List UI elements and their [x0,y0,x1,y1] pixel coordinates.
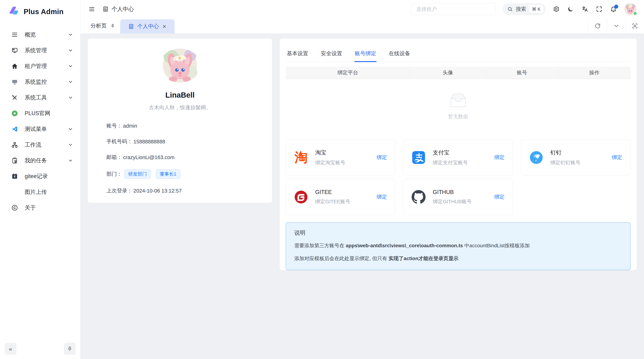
hamburger-menu-button[interactable] [88,6,95,12]
profile-motto: 古木向人秋，惊蓬掠鬓稠。 [149,104,211,111]
profile-card: LinaBell 古木向人秋，惊蓬掠鬓稠。 账号： admin 手机号码： 15… [88,38,272,203]
bind-table-header: 绑定平台 头像 账号 操作 [286,67,630,79]
note-line-2: 添加对应模板后会在此处显示绑定, 但只有 实现了action才能在登录页显示 [294,255,622,262]
dark-mode-button[interactable] [567,6,574,12]
bind-gitee-button[interactable]: 绑定 [376,193,387,201]
notifications-wrap [610,6,617,12]
sidebar-item-gitee-records[interactable]: ¥ gitee记录 [0,168,80,184]
app-logo[interactable]: Plus Admin [0,0,80,18]
vscode-icon [11,125,18,133]
id-card-icon [102,6,109,12]
note-box: 说明 需要添加第三方账号在 apps\web-antd\src\views\_c… [286,222,630,270]
note-line-1: 需要添加第三方账号在 apps\web-antd\src\views\_core… [294,242,622,249]
pin-sidebar-button[interactable] [64,343,76,355]
clipboard-icon [11,157,18,164]
close-tab-button[interactable] [162,24,167,29]
content-fullscreen-button[interactable] [626,18,644,33]
sidebar-item-label: PLUS官网 [25,110,73,117]
bind-dingtalk-button[interactable]: 绑定 [612,154,622,161]
refresh-icon [594,23,601,29]
sidebar-nav: 概览 系统管理 租户管理 系统监控 [0,27,80,341]
search-shortcut-badge: ⌘ K [529,5,544,13]
content-area: LinaBell 古木向人秋，惊蓬掠鬓稠。 账号： admin 手机号码： 15… [80,34,644,359]
binding-cards: 淘 淘宝 绑定淘宝账号 绑定 支付宝 绑定支付宝账号 [286,139,630,215]
sidebar-item-label: 图片上传 [25,188,73,196]
tabbar: 分析页 个人中心 [80,18,644,34]
hamburger-icon [88,6,95,12]
fullscreen-button[interactable] [596,6,602,12]
sidebar-item-image-upload[interactable]: 图片上传 [0,184,80,200]
tools-icon [11,94,18,101]
sidebar-item-label: 系统监控 [25,78,68,86]
profile-fields: 账号： admin 手机号码： 15888888888 邮箱： crazyLio… [88,122,272,203]
sidebar-item-label: 关于 [25,204,73,212]
gitee-logo-icon [294,190,308,204]
sidebar-item-system-tools[interactable]: 系统工具 [0,90,80,105]
col-account: 账号 [486,69,558,76]
collapse-sidebar-button[interactable]: « [5,343,16,355]
top-header: 个人中心 搜索 ⌘ K [80,0,644,18]
tenant-select-input[interactable] [411,3,495,15]
sidebar-footer: « [0,341,80,359]
user-avatar[interactable] [624,3,636,15]
github-logo-icon [412,190,426,204]
bind-card-gitee: GITEE 绑定GITEE账号 绑定 [286,179,395,215]
tab-personal-center[interactable]: 个人中心 [120,19,174,33]
global-search-button[interactable]: 搜索 ⌘ K [502,3,546,15]
svg-text:¥: ¥ [14,175,16,178]
refresh-button[interactable] [588,18,607,33]
chevron-down-icon [68,79,73,84]
bind-alipay-button[interactable]: 绑定 [494,154,505,161]
tab-menu-button[interactable] [607,18,626,33]
topbar-controls: 搜索 ⌘ K [411,3,636,15]
sidebar-item-test-menu[interactable]: 测试菜单 [0,121,80,137]
tab-account-binding[interactable]: 账号绑定 [354,47,376,62]
chevron-down-icon [68,63,73,69]
bind-github-button[interactable]: 绑定 [494,193,505,201]
sidebar-item-plus-website[interactable]: PLUS官网 [0,105,80,121]
focus-expand-icon [632,23,638,29]
alipay-logo-icon [412,151,426,164]
sidebar-item-overview[interactable]: 概览 [0,27,80,42]
tab-analysis[interactable]: 分析页 [80,18,120,33]
tab-basic-settings[interactable]: 基本设置 [286,47,308,62]
panel-tabs: 基本设置 安全设置 账号绑定 在线设备 [286,44,630,62]
tab-label: 分析页 [90,22,106,29]
chevron-down-icon [68,95,73,100]
pin-icon [67,346,73,352]
logo-icon [9,6,20,17]
expand-icon [596,6,602,12]
sidebar: Plus Admin 概览 系统管理 租户管 [0,0,80,359]
profile-name: LinaBell [165,91,194,99]
sidebar-item-label: 测试菜单 [25,125,68,133]
header-icon-group [553,3,636,15]
settings-panel: 基本设置 安全设置 账号绑定 在线设备 绑定平台 头像 账号 操作 [280,38,637,270]
avatar[interactable] [160,48,200,83]
col-platform: 绑定平台 [286,69,410,76]
empty-state: 暂无数据 [286,79,630,133]
sidebar-item-workflow[interactable]: 工作流 [0,137,80,153]
sidebar-item-label: 系统管理 [25,47,68,54]
sidebar-item-my-tasks[interactable]: 我的任务 [0,153,80,168]
divider [286,133,630,133]
empty-box-icon [448,92,468,108]
chevron-down-icon [68,126,73,132]
sidebar-item-system-monitor[interactable]: 系统监控 [0,74,80,90]
sidebar-item-system-management[interactable]: 系统管理 [0,42,80,58]
tabbar-tools [588,18,644,33]
field-account: 账号： admin [106,122,272,129]
tab-security-settings[interactable]: 安全设置 [320,47,342,62]
field-last-login: 上次登录： 2024-10-06 13:12:57 [106,187,272,194]
breadcrumb[interactable]: 个人中心 [102,5,134,13]
settings-button[interactable] [553,6,560,12]
menu-lines-icon [11,31,18,39]
plus-circle-icon [11,109,18,117]
language-button[interactable] [582,6,588,12]
bind-taobao-button[interactable]: 绑定 [376,154,387,161]
sidebar-item-tenant-management[interactable]: 租户管理 [0,58,80,74]
bind-card-alipay: 支付宝 绑定支付宝账号 绑定 [403,139,513,176]
sidebar-item-about[interactable]: 关于 [0,200,80,216]
dingtalk-logo-icon [529,151,543,164]
field-email: 邮箱： crazyLionLi@163.com [106,154,272,161]
tab-online-devices[interactable]: 在线设备 [388,47,410,62]
